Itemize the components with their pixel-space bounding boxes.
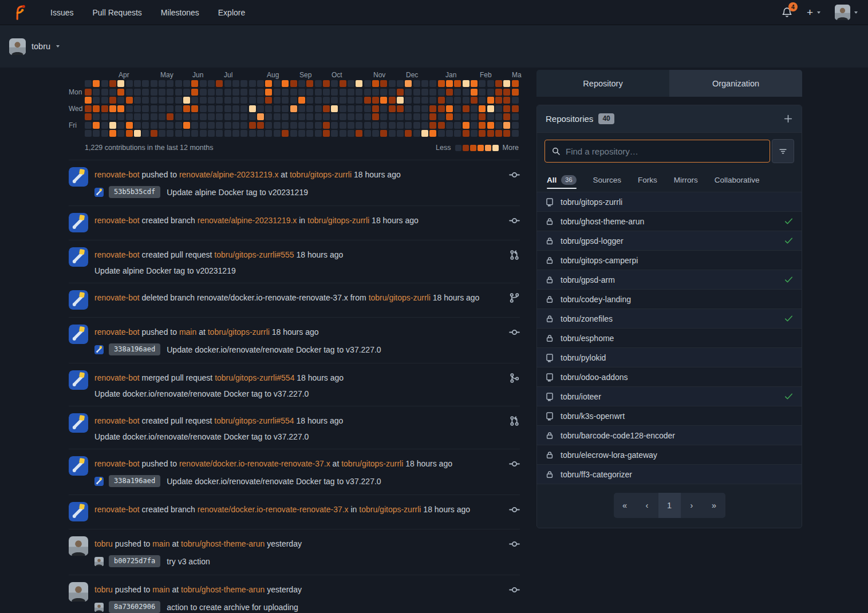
heatmap-cell[interactable] [397, 105, 404, 112]
heatmap-cell[interactable] [340, 105, 346, 112]
heatmap-cell[interactable] [446, 113, 453, 120]
repo-list-item[interactable]: tobru/ioteer [537, 386, 802, 406]
nav-link-pull-requests[interactable]: Pull Requests [92, 8, 141, 17]
commit-hash-badge[interactable]: 8a73602906 [109, 601, 160, 613]
heatmap-cell[interactable] [142, 80, 149, 87]
heatmap-cell[interactable] [167, 113, 173, 120]
heatmap-cell[interactable] [340, 80, 346, 87]
heatmap-cell[interactable] [93, 113, 100, 120]
nav-link-milestones[interactable]: Milestones [161, 8, 199, 17]
heatmap-cell[interactable] [405, 105, 412, 112]
heatmap-cell[interactable] [191, 97, 198, 104]
heatmap-cell[interactable] [85, 130, 92, 137]
heatmap-cell[interactable] [117, 80, 124, 87]
heatmap-cell[interactable] [274, 97, 281, 104]
heatmap-cell[interactable] [413, 113, 420, 120]
heatmap-cell[interactable] [200, 89, 207, 96]
heatmap-cell[interactable] [240, 97, 247, 104]
heatmap-cell[interactable] [224, 105, 231, 112]
heatmap-cell[interactable] [134, 113, 141, 120]
heatmap-cell[interactable] [274, 105, 281, 112]
heatmap-cell[interactable] [315, 122, 322, 129]
heatmap-cell[interactable] [142, 130, 149, 137]
heatmap-cell[interactable] [372, 130, 379, 137]
feed-link[interactable]: tobru/gitops-zurrli [359, 505, 421, 514]
heatmap-cell[interactable] [372, 80, 379, 87]
heatmap-cell[interactable] [487, 97, 494, 104]
heatmap-cell[interactable] [429, 130, 436, 137]
heatmap-cell[interactable] [306, 113, 313, 120]
commit-hash-badge[interactable]: 53b5b35cdf [109, 186, 160, 198]
heatmap-cell[interactable] [397, 97, 404, 104]
heatmap-cell[interactable] [405, 89, 412, 96]
heatmap-cell[interactable] [495, 113, 502, 120]
heatmap-cell[interactable] [126, 97, 133, 104]
heatmap-cell[interactable] [85, 113, 92, 120]
heatmap-cell[interactable] [142, 122, 149, 129]
heatmap-cell[interactable] [191, 113, 198, 120]
repo-list-item[interactable]: tobru/ghost-theme-arun [537, 211, 802, 231]
heatmap-cell[interactable] [257, 105, 264, 112]
repo-list-item[interactable]: tobru/pylokid [537, 347, 802, 367]
heatmap-cell[interactable] [503, 97, 510, 104]
nav-link-issues[interactable]: Issues [50, 8, 73, 17]
heatmap-cell[interactable] [479, 105, 486, 112]
heatmap-cell[interactable] [421, 80, 428, 87]
heatmap-cell[interactable] [331, 122, 338, 129]
heatmap-cell[interactable] [397, 122, 404, 129]
heatmap-cell[interactable] [232, 105, 239, 112]
heatmap-cell[interactable] [290, 105, 297, 112]
heatmap-cell[interactable] [117, 105, 124, 112]
renovate-bot-avatar[interactable] [69, 456, 88, 476]
heatmap-cell[interactable] [372, 89, 379, 96]
heatmap-cell[interactable] [446, 80, 453, 87]
heatmap-cell[interactable] [240, 80, 247, 87]
heatmap-cell[interactable] [471, 89, 478, 96]
heatmap-cell[interactable] [479, 113, 486, 120]
heatmap-cell[interactable] [438, 80, 445, 87]
heatmap-cell[interactable] [446, 105, 453, 112]
heatmap-cell[interactable] [183, 97, 190, 104]
heatmap-cell[interactable] [257, 80, 264, 87]
heatmap-cell[interactable] [487, 130, 494, 137]
feed-link[interactable]: tobru/ghost-theme-arun [181, 585, 265, 594]
heatmap-cell[interactable] [348, 122, 354, 129]
heatmap-cell[interactable] [126, 105, 133, 112]
filter-all[interactable]: All36 [547, 168, 577, 192]
feed-link[interactable]: tobru/gitops-zurrli [341, 459, 403, 468]
feed-link[interactable]: tobru/ghost-theme-arun [181, 539, 265, 548]
heatmap-cell[interactable] [413, 130, 420, 137]
feed-link[interactable]: tobru/gitops-zurrli [208, 327, 270, 337]
heatmap-cell[interactable] [389, 105, 396, 112]
heatmap-cell[interactable] [208, 97, 215, 104]
heatmap-cell[interactable] [495, 130, 502, 137]
heatmap-cell[interactable] [134, 122, 141, 129]
repo-list-item[interactable]: tobru/gpsd-arm [537, 270, 802, 289]
heatmap-cell[interactable] [265, 105, 272, 112]
heatmap-cell[interactable] [315, 97, 322, 104]
renovate-bot-avatar[interactable] [69, 502, 88, 521]
pagination-last-page[interactable]: » [703, 493, 725, 518]
heatmap-cell[interactable] [134, 80, 141, 87]
heatmap-cell[interactable] [274, 130, 281, 137]
heatmap-cell[interactable] [503, 130, 510, 137]
feed-link[interactable]: main [152, 539, 169, 548]
heatmap-cell[interactable] [372, 113, 379, 120]
heatmap-cell[interactable] [372, 97, 379, 104]
user-menu[interactable] [835, 5, 858, 20]
heatmap-cell[interactable] [109, 130, 116, 137]
add-repository-button[interactable] [783, 114, 793, 124]
renovate-bot-avatar[interactable] [69, 290, 88, 310]
heatmap-cell[interactable] [216, 105, 223, 112]
renovate-bot-avatar[interactable] [69, 167, 88, 187]
pagination-page-1[interactable]: 1 [658, 493, 681, 518]
heatmap-cell[interactable] [495, 105, 502, 112]
heatmap-cell[interactable] [101, 122, 108, 129]
heatmap-cell[interactable] [306, 105, 313, 112]
heatmap-cell[interactable] [503, 89, 510, 96]
heatmap-cell[interactable] [151, 113, 157, 120]
heatmap-cell[interactable] [101, 97, 108, 104]
renovate-bot-avatar[interactable] [69, 213, 88, 232]
heatmap-cell[interactable] [175, 113, 182, 120]
feed-link[interactable]: renovate/alpine-20231219.x [198, 216, 297, 225]
